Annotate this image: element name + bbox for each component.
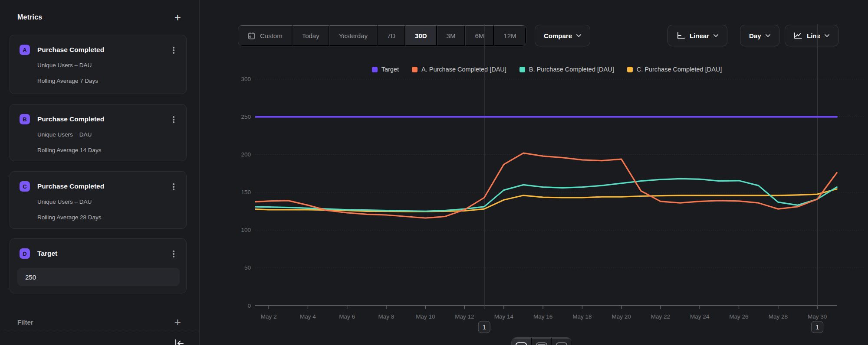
svg-text:250: 250	[241, 114, 251, 120]
metric-badge-c: C	[20, 181, 30, 192]
metric-badge-a: A	[20, 45, 30, 55]
svg-text:1: 1	[815, 323, 819, 331]
metric-subtitle: Unique Users – DAU	[37, 131, 92, 138]
annotation-badge: 1	[812, 321, 823, 333]
metric-subtitle: Unique Users – DAU	[37, 199, 92, 205]
view-switcher	[511, 337, 572, 345]
table-panel-icon	[556, 342, 567, 345]
metric-title: Purchase Completed	[37, 115, 104, 123]
svg-text:May 10: May 10	[416, 313, 435, 320]
kebab-menu-icon[interactable]	[169, 115, 178, 124]
chart-panel: Custom Today Yesterday 7D 30D 3M 6M 12M …	[200, 0, 868, 345]
target-card[interactable]: D Target	[10, 238, 187, 293]
metric-rollup: Rolling Average 14 Days	[37, 147, 102, 153]
svg-text:1: 1	[483, 323, 486, 331]
metric-title: Purchase Completed	[37, 46, 104, 54]
add-filter-button[interactable]: +	[174, 316, 182, 328]
chart-panel-icon	[516, 342, 527, 345]
svg-text:100: 100	[241, 227, 251, 233]
svg-text:May 12: May 12	[455, 313, 474, 320]
view-table-toggle[interactable]	[552, 338, 572, 345]
metric-card-b-header: B Purchase Completed	[20, 114, 179, 124]
metric-card-a[interactable]: A Purchase Completed Unique Users – DAU …	[10, 35, 187, 94]
sidebar-divider	[0, 331, 200, 331]
svg-text:May 4: May 4	[300, 313, 316, 320]
svg-text:300: 300	[241, 76, 251, 82]
svg-text:May 2: May 2	[261, 313, 277, 320]
view-chart-toggle[interactable]	[512, 338, 532, 345]
target-title: Target	[37, 250, 57, 257]
metric-card-a-header: A Purchase Completed	[20, 45, 179, 55]
svg-text:May 30: May 30	[808, 313, 827, 320]
collapse-sidebar-icon[interactable]	[174, 338, 185, 345]
filter-title: Filter	[17, 319, 33, 326]
metric-subtitle: Unique Users – DAU	[37, 62, 92, 68]
annotation-badge: 1	[478, 321, 490, 333]
metric-title: Purchase Completed	[37, 182, 104, 190]
metric-badge-b: B	[20, 114, 30, 124]
kebab-menu-icon[interactable]	[169, 46, 178, 55]
svg-text:50: 50	[244, 264, 251, 271]
metric-badge-d: D	[20, 248, 30, 259]
kebab-menu-icon[interactable]	[169, 249, 178, 259]
metrics-header: Metrics +	[17, 10, 182, 24]
metric-rollup: Rolling Average 28 Days	[37, 214, 102, 221]
svg-text:150: 150	[241, 189, 251, 195]
metric-card-c-header: C Purchase Completed	[20, 181, 179, 192]
filter-section: Filter +	[17, 316, 182, 329]
kebab-menu-icon[interactable]	[169, 182, 178, 192]
app-root: Metrics + A Purchase Completed Unique Us…	[0, 0, 868, 345]
svg-text:0: 0	[247, 303, 251, 309]
svg-text:May 26: May 26	[729, 313, 748, 320]
sidebar: Metrics + A Purchase Completed Unique Us…	[0, 0, 200, 345]
view-summary-toggle[interactable]	[532, 338, 552, 345]
svg-text:May 16: May 16	[533, 313, 552, 320]
metrics-title: Metrics	[17, 13, 42, 21]
summary-panel-icon	[536, 342, 547, 345]
svg-text:May 8: May 8	[378, 313, 395, 320]
svg-text:May 14: May 14	[494, 313, 514, 320]
svg-text:May 20: May 20	[612, 313, 631, 320]
line-chart[interactable]: 050100150200250300May 2May 4May 6May 8Ma…	[200, 0, 868, 345]
svg-text:May 28: May 28	[769, 313, 788, 320]
svg-text:May 6: May 6	[339, 313, 355, 320]
svg-text:May 24: May 24	[690, 313, 710, 320]
metric-rollup: Rolling Average 7 Days	[37, 78, 98, 84]
target-value-input[interactable]	[17, 268, 180, 286]
svg-text:200: 200	[241, 151, 251, 158]
add-metric-button[interactable]: +	[174, 12, 182, 23]
metric-card-c[interactable]: C Purchase Completed Unique Users – DAU …	[10, 171, 187, 229]
svg-text:May 18: May 18	[572, 313, 592, 320]
target-card-header: D Target	[20, 248, 179, 259]
svg-text:May 22: May 22	[651, 313, 670, 320]
metric-card-b[interactable]: B Purchase Completed Unique Users – DAU …	[10, 104, 187, 161]
